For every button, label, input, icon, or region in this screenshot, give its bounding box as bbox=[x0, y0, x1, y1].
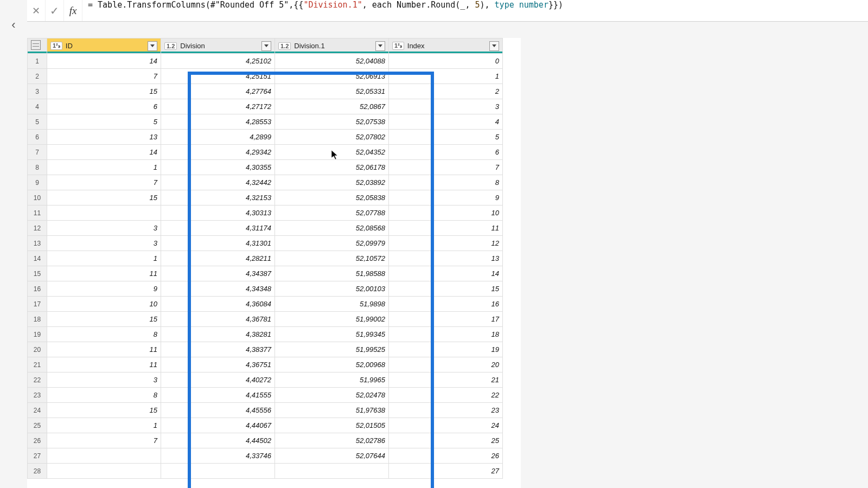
row-number[interactable]: 3 bbox=[28, 84, 47, 99]
row-number[interactable]: 5 bbox=[28, 114, 47, 130]
cell-index[interactable]: 16 bbox=[389, 297, 503, 312]
cell-id[interactable]: 15 bbox=[47, 403, 161, 418]
cell-index[interactable]: 25 bbox=[389, 433, 503, 448]
cell-division-1[interactable] bbox=[275, 464, 389, 479]
cell-id[interactable]: 13 bbox=[47, 130, 161, 145]
table-row[interactable]: 464,2717252,08673 bbox=[28, 99, 503, 114]
cell-division-1[interactable]: 52,02786 bbox=[275, 433, 389, 448]
cell-division-1[interactable]: 52,06913 bbox=[275, 69, 389, 84]
cell-index[interactable]: 21 bbox=[389, 373, 503, 388]
row-number[interactable]: 2 bbox=[28, 69, 47, 84]
column-filter-dropdown[interactable] bbox=[375, 41, 385, 51]
fx-icon[interactable]: fx bbox=[64, 0, 82, 21]
cell-division-1[interactable]: 52,05838 bbox=[275, 190, 389, 206]
cell-id[interactable]: 10 bbox=[47, 297, 161, 312]
cell-division-1[interactable]: 51,99345 bbox=[275, 327, 389, 342]
table-row[interactable]: 274,2515152,069131 bbox=[28, 69, 503, 84]
table-row[interactable]: 1234,3117452,0856811 bbox=[28, 221, 503, 236]
row-number[interactable]: 6 bbox=[28, 130, 47, 145]
row-number[interactable]: 14 bbox=[28, 251, 47, 266]
table-row[interactable]: 2234,4027251,996521 bbox=[28, 373, 503, 388]
cell-id[interactable]: 1 bbox=[47, 418, 161, 433]
row-number[interactable]: 26 bbox=[28, 433, 47, 448]
table-row[interactable]: 17104,3608451,989816 bbox=[28, 297, 503, 312]
cell-division-1[interactable]: 52,00968 bbox=[275, 357, 389, 373]
cell-division[interactable]: 4,31301 bbox=[161, 236, 275, 251]
row-number[interactable]: 20 bbox=[28, 342, 47, 357]
table-row[interactable]: 1984,3828151,9934518 bbox=[28, 327, 503, 342]
cell-id[interactable]: 7 bbox=[47, 69, 161, 84]
cell-division[interactable]: 4,44502 bbox=[161, 433, 275, 448]
cell-index[interactable]: 13 bbox=[389, 251, 503, 266]
table-row[interactable]: 6134,289952,078025 bbox=[28, 130, 503, 145]
cell-division-1[interactable]: 52,03892 bbox=[275, 175, 389, 190]
row-number[interactable]: 24 bbox=[28, 403, 47, 418]
cell-index[interactable]: 17 bbox=[389, 312, 503, 327]
cell-index[interactable]: 8 bbox=[389, 175, 503, 190]
cell-division-1[interactable]: 52,07538 bbox=[275, 114, 389, 130]
cell-id[interactable]: 14 bbox=[47, 145, 161, 160]
cell-index[interactable]: 11 bbox=[389, 221, 503, 236]
cell-division[interactable]: 4,28211 bbox=[161, 251, 275, 266]
cell-id[interactable]: 3 bbox=[47, 236, 161, 251]
row-number[interactable]: 16 bbox=[28, 281, 47, 297]
cell-division[interactable]: 4,34387 bbox=[161, 266, 275, 281]
column-header-id[interactable]: 1²₃ ID bbox=[47, 38, 161, 54]
table-row[interactable]: 20114,3837751,9952519 bbox=[28, 342, 503, 357]
cell-division-1[interactable]: 52,0867 bbox=[275, 99, 389, 114]
cell-division[interactable] bbox=[161, 464, 275, 479]
cell-division[interactable]: 4,38281 bbox=[161, 327, 275, 342]
cell-id[interactable]: 8 bbox=[47, 388, 161, 403]
row-number[interactable]: 21 bbox=[28, 357, 47, 373]
cell-division-1[interactable]: 51,97638 bbox=[275, 403, 389, 418]
cell-id[interactable]: 11 bbox=[47, 342, 161, 357]
cell-division-1[interactable]: 52,09979 bbox=[275, 236, 389, 251]
table-row[interactable]: 554,2855352,075384 bbox=[28, 114, 503, 130]
row-number[interactable]: 7 bbox=[28, 145, 47, 160]
cell-division-1[interactable]: 51,98588 bbox=[275, 266, 389, 281]
row-number[interactable]: 9 bbox=[28, 175, 47, 190]
cell-id[interactable]: 7 bbox=[47, 175, 161, 190]
row-number[interactable]: 13 bbox=[28, 236, 47, 251]
table-row[interactable]: 1144,2510252,040880 bbox=[28, 54, 503, 69]
cell-id[interactable]: 3 bbox=[47, 373, 161, 388]
cell-index[interactable]: 22 bbox=[389, 388, 503, 403]
cell-division[interactable]: 4,32153 bbox=[161, 190, 275, 206]
cell-division[interactable]: 4,25102 bbox=[161, 54, 275, 69]
cell-id[interactable]: 11 bbox=[47, 357, 161, 373]
cell-id[interactable]: 6 bbox=[47, 99, 161, 114]
cell-id[interactable] bbox=[47, 464, 161, 479]
row-number[interactable]: 25 bbox=[28, 418, 47, 433]
cell-division[interactable]: 4,30355 bbox=[161, 160, 275, 175]
cell-division[interactable]: 4,2899 bbox=[161, 130, 275, 145]
cell-division[interactable]: 4,41555 bbox=[161, 388, 275, 403]
cell-division[interactable]: 4,45556 bbox=[161, 403, 275, 418]
cell-index[interactable]: 0 bbox=[389, 54, 503, 69]
table-row[interactable]: 814,3035552,061787 bbox=[28, 160, 503, 175]
cell-index[interactable]: 15 bbox=[389, 281, 503, 297]
back-button[interactable]: ‹ bbox=[5, 14, 22, 36]
select-all-corner[interactable] bbox=[28, 38, 47, 54]
table-row[interactable]: 274,3374652,0764426 bbox=[28, 448, 503, 464]
cell-id[interactable]: 1 bbox=[47, 160, 161, 175]
cancel-formula-icon[interactable]: ✕ bbox=[27, 0, 46, 21]
cell-division[interactable]: 4,36084 bbox=[161, 297, 275, 312]
cell-index[interactable]: 27 bbox=[389, 464, 503, 479]
table-row[interactable]: 2384,4155552,0247822 bbox=[28, 388, 503, 403]
table-row[interactable]: 974,3244252,038928 bbox=[28, 175, 503, 190]
row-number[interactable]: 15 bbox=[28, 266, 47, 281]
cell-division[interactable]: 4,27172 bbox=[161, 99, 275, 114]
row-number[interactable]: 18 bbox=[28, 312, 47, 327]
cell-division[interactable]: 4,25151 bbox=[161, 69, 275, 84]
cell-division[interactable]: 4,36751 bbox=[161, 357, 275, 373]
cell-division[interactable]: 4,36781 bbox=[161, 312, 275, 327]
cell-division-1[interactable]: 52,04088 bbox=[275, 54, 389, 69]
cell-id[interactable]: 15 bbox=[47, 84, 161, 99]
cell-index[interactable]: 9 bbox=[389, 190, 503, 206]
table-row[interactable]: 21114,3675152,0096820 bbox=[28, 357, 503, 373]
row-number[interactable]: 12 bbox=[28, 221, 47, 236]
row-number[interactable]: 8 bbox=[28, 160, 47, 175]
cell-division[interactable]: 4,40272 bbox=[161, 373, 275, 388]
table-row[interactable]: 2514,4406752,0150524 bbox=[28, 418, 503, 433]
cell-id[interactable]: 1 bbox=[47, 251, 161, 266]
